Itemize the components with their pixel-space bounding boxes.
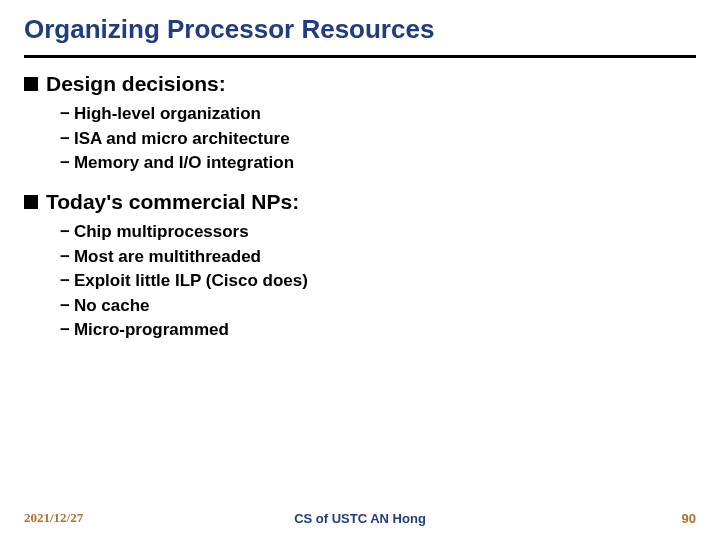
section-heading-text: Today's commercial NPs:: [46, 190, 299, 214]
section-heading-text: Design decisions:: [46, 72, 226, 96]
square-bullet-icon: [24, 77, 38, 91]
slide-title: Organizing Processor Resources: [24, 14, 696, 45]
footer-page-number: 90: [682, 511, 696, 526]
footer-center: CS of USTC AN Hong: [294, 511, 426, 526]
list-item: −Micro-programmed: [60, 318, 696, 343]
footer-date: 2021/12/27: [24, 510, 83, 526]
list-item: −High-level organization: [60, 102, 696, 127]
square-bullet-icon: [24, 195, 38, 209]
list-item: −ISA and micro architecture: [60, 127, 696, 152]
list-item: −Exploit little ILP (Cisco does): [60, 269, 696, 294]
title-underline: [24, 55, 696, 58]
list-item: −No cache: [60, 294, 696, 319]
slide-footer: 2021/12/27 CS of USTC AN Hong 90: [0, 510, 720, 526]
list-item: −Memory and I/O integration: [60, 151, 696, 176]
sub-list-1: −Chip multiprocessors −Most are multithr…: [60, 220, 696, 343]
list-item: −Most are multithreaded: [60, 245, 696, 270]
section-heading-0: Design decisions:: [24, 72, 696, 96]
list-item: −Chip multiprocessors: [60, 220, 696, 245]
section-heading-1: Today's commercial NPs:: [24, 190, 696, 214]
sub-list-0: −High-level organization −ISA and micro …: [60, 102, 696, 176]
